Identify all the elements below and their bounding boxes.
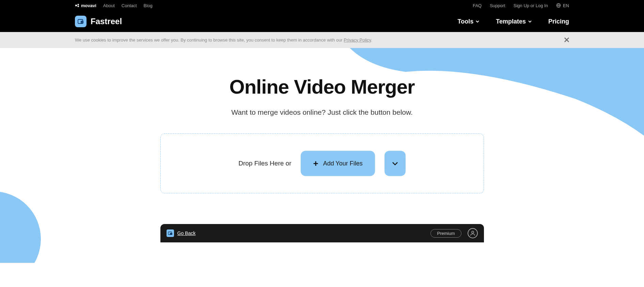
premium-button[interactable]: Premium bbox=[430, 229, 461, 238]
nav-pricing[interactable]: Pricing bbox=[548, 18, 569, 25]
brand-icon bbox=[75, 16, 87, 27]
top-bar-left: movavi About Contact Blog bbox=[75, 3, 153, 8]
plus-icon: + bbox=[313, 159, 318, 168]
parent-brand-logo[interactable]: movavi bbox=[75, 3, 96, 8]
svg-point-11 bbox=[0, 191, 41, 263]
top-link-blog[interactable]: Blog bbox=[144, 3, 153, 8]
svg-point-1 bbox=[77, 4, 79, 5]
chevron-down-icon bbox=[392, 160, 398, 167]
top-bar: movavi About Contact Blog FAQ Support Si… bbox=[0, 0, 644, 11]
nav-templates[interactable]: Templates bbox=[496, 18, 532, 25]
language-code: EN bbox=[563, 3, 569, 8]
language-selector[interactable]: EN bbox=[556, 3, 569, 8]
nav-tools[interactable]: Tools bbox=[458, 18, 480, 25]
svg-point-14 bbox=[472, 231, 474, 233]
user-icon bbox=[470, 230, 475, 236]
page-title: Online Video Merger bbox=[0, 75, 644, 98]
nav-tools-label: Tools bbox=[458, 18, 474, 25]
movavi-icon bbox=[75, 3, 80, 8]
add-files-dropdown-button[interactable] bbox=[384, 151, 406, 176]
hero-section: Online Video Merger Want to merge videos… bbox=[0, 48, 644, 263]
svg-point-2 bbox=[77, 5, 79, 7]
file-drop-zone[interactable]: Drop Files Here or + Add Your Files bbox=[160, 133, 484, 193]
parent-brand-text: movavi bbox=[81, 3, 96, 8]
cookie-text-suffix: . bbox=[371, 37, 372, 43]
page-subtitle: Want to merge videos online? Just click … bbox=[0, 108, 644, 116]
chevron-down-icon bbox=[528, 19, 532, 23]
close-cookie-button[interactable] bbox=[564, 36, 569, 44]
svg-rect-13 bbox=[170, 233, 172, 235]
nav-links: Tools Templates Pricing bbox=[458, 18, 569, 25]
top-link-about[interactable]: About bbox=[103, 3, 115, 8]
cookie-text: We use cookies to improve the services w… bbox=[75, 37, 372, 43]
chevron-down-icon bbox=[475, 19, 480, 23]
cookie-text-main: We use cookies to improve the services w… bbox=[75, 37, 344, 43]
privacy-policy-link[interactable]: Privacy Policy bbox=[344, 37, 371, 43]
globe-icon bbox=[556, 3, 561, 8]
main-nav: Fastreel Tools Templates Pricing bbox=[0, 11, 644, 32]
go-back-label: Go Back bbox=[177, 230, 196, 236]
decorative-blob-left bbox=[0, 178, 58, 263]
close-icon bbox=[564, 37, 569, 42]
go-back-icon bbox=[167, 229, 174, 237]
top-link-contact[interactable]: Contact bbox=[122, 3, 137, 8]
top-link-support[interactable]: Support bbox=[490, 3, 505, 8]
go-back-link[interactable]: Go Back bbox=[167, 229, 196, 237]
brand-text: Fastreel bbox=[91, 17, 122, 26]
top-link-signup[interactable]: Sign Up or Log In bbox=[514, 3, 548, 8]
add-files-button[interactable]: + Add Your Files bbox=[301, 151, 375, 176]
add-files-label: Add Your Files bbox=[323, 160, 363, 167]
editor-bottom-bar: Go Back Premium bbox=[160, 224, 484, 242]
brand-logo[interactable]: Fastreel bbox=[75, 16, 122, 27]
top-bar-right: FAQ Support Sign Up or Log In EN bbox=[473, 3, 569, 8]
nav-pricing-label: Pricing bbox=[548, 18, 569, 25]
top-link-faq[interactable]: FAQ bbox=[473, 3, 482, 8]
nav-templates-label: Templates bbox=[496, 18, 526, 25]
drop-instruction-text: Drop Files Here or bbox=[238, 160, 291, 167]
user-account-button[interactable] bbox=[468, 228, 478, 238]
cookie-banner: We use cookies to improve the services w… bbox=[0, 32, 644, 48]
svg-point-0 bbox=[75, 4, 77, 6]
bottom-bar-right: Premium bbox=[430, 228, 477, 238]
